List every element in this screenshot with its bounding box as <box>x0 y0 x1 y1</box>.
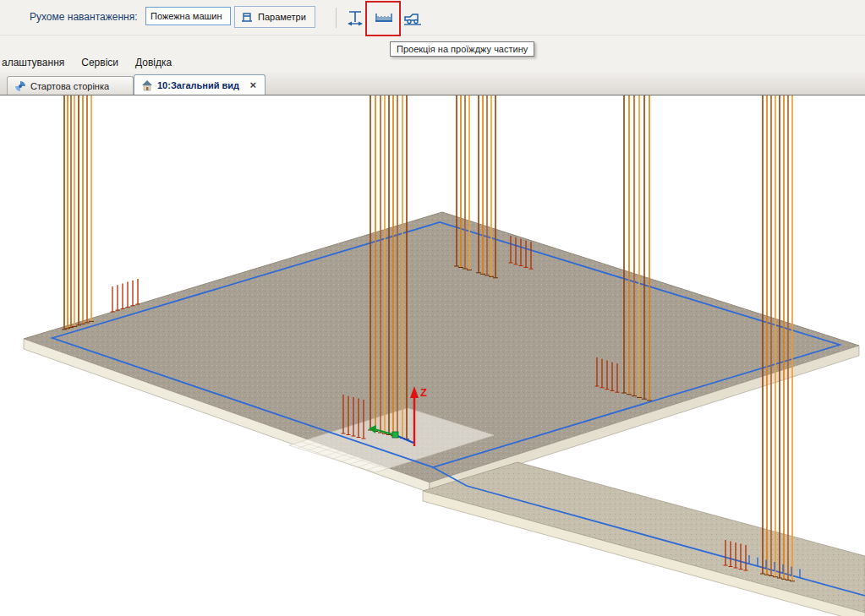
tooltip-text: Проекція на проїжджу частину <box>397 44 528 54</box>
tab-model-view[interactable]: 10:Загальний вид × <box>134 74 266 95</box>
vehicle-tool-button[interactable] <box>399 3 426 32</box>
tab-bar: Стартова сторінка 10:Загальний вид × <box>0 73 865 95</box>
ramp-deck-slab <box>423 462 865 616</box>
menu-item-help[interactable]: Довідка <box>127 57 180 68</box>
z-axis-label: Z <box>420 386 427 399</box>
start-page-icon <box>14 80 26 92</box>
close-tab-icon[interactable]: × <box>248 79 258 90</box>
menu-item-services[interactable]: Сервіси <box>73 57 127 68</box>
tab-start-page[interactable]: Стартова сторінка <box>7 76 134 95</box>
tab-model-label: 10:Загальний вид <box>157 80 239 90</box>
tab-start-label: Стартова сторінка <box>30 81 109 91</box>
vehicle-combobox[interactable]: Пожежна машин <box>145 7 231 25</box>
toolbar-divider <box>0 35 865 35</box>
toolbar-separator <box>336 8 337 28</box>
application-window: Рухоме навантаження: Пожежна машин Парам… <box>0 0 865 616</box>
parameters-button-label: Параметри <box>258 12 306 22</box>
house-icon <box>141 79 153 91</box>
vehicle-icon <box>402 8 423 28</box>
bridge-parameters-icon <box>240 10 254 24</box>
roadway-projection-icon <box>374 8 394 28</box>
tooltip: Проекція на проїжджу частину <box>390 41 534 57</box>
origin-marker <box>392 432 398 438</box>
moving-load-label: Рухоме навантаження: <box>30 11 137 23</box>
pier-position-icon <box>346 8 364 28</box>
vehicle-combobox-value: Пожежна машин <box>151 11 222 21</box>
model-scene: Z <box>0 95 865 616</box>
pier-position-tool-button[interactable] <box>342 3 369 32</box>
viewport-3d[interactable]: Z <box>0 95 865 616</box>
parameters-button[interactable]: Параметри <box>234 6 315 28</box>
menu-item-settings[interactable]: алаштування <box>0 57 73 68</box>
roadway-projection-tool-button[interactable] <box>370 3 397 32</box>
